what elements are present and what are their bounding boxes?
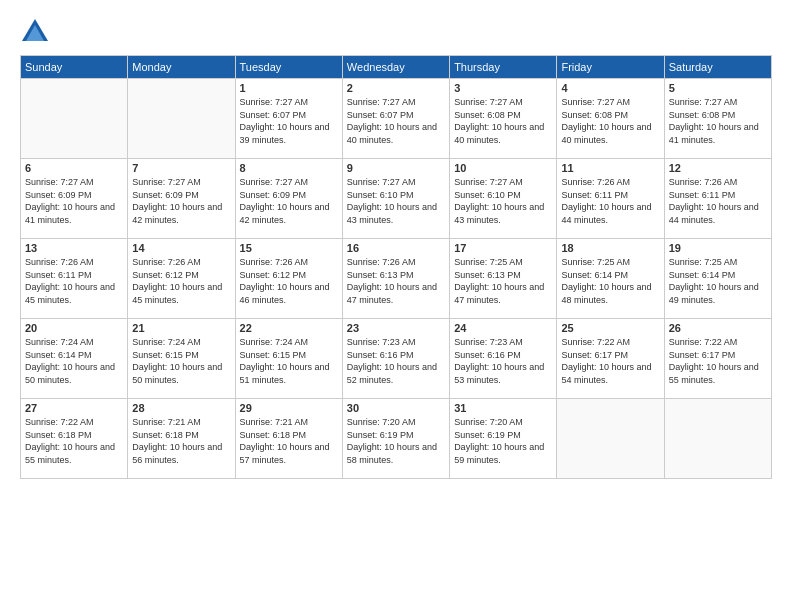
- day-info: Sunrise: 7:22 AMSunset: 6:17 PMDaylight:…: [669, 336, 767, 386]
- calendar-week-4: 20Sunrise: 7:24 AMSunset: 6:14 PMDayligh…: [21, 319, 772, 399]
- calendar-cell: 27Sunrise: 7:22 AMSunset: 6:18 PMDayligh…: [21, 399, 128, 479]
- calendar-cell: [664, 399, 771, 479]
- calendar-cell: 19Sunrise: 7:25 AMSunset: 6:14 PMDayligh…: [664, 239, 771, 319]
- calendar-cell: [557, 399, 664, 479]
- calendar-cell: 2Sunrise: 7:27 AMSunset: 6:07 PMDaylight…: [342, 79, 449, 159]
- calendar-cell: 23Sunrise: 7:23 AMSunset: 6:16 PMDayligh…: [342, 319, 449, 399]
- day-info: Sunrise: 7:26 AMSunset: 6:13 PMDaylight:…: [347, 256, 445, 306]
- day-number: 29: [240, 402, 338, 414]
- day-info: Sunrise: 7:26 AMSunset: 6:11 PMDaylight:…: [25, 256, 123, 306]
- day-number: 23: [347, 322, 445, 334]
- day-number: 1: [240, 82, 338, 94]
- day-info: Sunrise: 7:25 AMSunset: 6:14 PMDaylight:…: [669, 256, 767, 306]
- day-number: 20: [25, 322, 123, 334]
- day-number: 10: [454, 162, 552, 174]
- day-info: Sunrise: 7:21 AMSunset: 6:18 PMDaylight:…: [132, 416, 230, 466]
- calendar-cell: 4Sunrise: 7:27 AMSunset: 6:08 PMDaylight…: [557, 79, 664, 159]
- calendar-table: SundayMondayTuesdayWednesdayThursdayFrid…: [20, 55, 772, 479]
- day-info: Sunrise: 7:20 AMSunset: 6:19 PMDaylight:…: [454, 416, 552, 466]
- day-info: Sunrise: 7:25 AMSunset: 6:13 PMDaylight:…: [454, 256, 552, 306]
- calendar-header-tuesday: Tuesday: [235, 56, 342, 79]
- day-info: Sunrise: 7:24 AMSunset: 6:15 PMDaylight:…: [132, 336, 230, 386]
- day-info: Sunrise: 7:25 AMSunset: 6:14 PMDaylight:…: [561, 256, 659, 306]
- page: SundayMondayTuesdayWednesdayThursdayFrid…: [0, 0, 792, 612]
- calendar-cell: 5Sunrise: 7:27 AMSunset: 6:08 PMDaylight…: [664, 79, 771, 159]
- day-number: 14: [132, 242, 230, 254]
- day-number: 19: [669, 242, 767, 254]
- calendar-header-wednesday: Wednesday: [342, 56, 449, 79]
- day-number: 13: [25, 242, 123, 254]
- day-number: 11: [561, 162, 659, 174]
- calendar-cell: 21Sunrise: 7:24 AMSunset: 6:15 PMDayligh…: [128, 319, 235, 399]
- day-number: 28: [132, 402, 230, 414]
- day-info: Sunrise: 7:27 AMSunset: 6:08 PMDaylight:…: [561, 96, 659, 146]
- calendar-header-row: SundayMondayTuesdayWednesdayThursdayFrid…: [21, 56, 772, 79]
- day-number: 27: [25, 402, 123, 414]
- day-number: 17: [454, 242, 552, 254]
- calendar-cell: 28Sunrise: 7:21 AMSunset: 6:18 PMDayligh…: [128, 399, 235, 479]
- day-info: Sunrise: 7:26 AMSunset: 6:12 PMDaylight:…: [240, 256, 338, 306]
- calendar-cell: 16Sunrise: 7:26 AMSunset: 6:13 PMDayligh…: [342, 239, 449, 319]
- day-info: Sunrise: 7:27 AMSunset: 6:09 PMDaylight:…: [240, 176, 338, 226]
- day-info: Sunrise: 7:26 AMSunset: 6:11 PMDaylight:…: [669, 176, 767, 226]
- calendar-cell: 13Sunrise: 7:26 AMSunset: 6:11 PMDayligh…: [21, 239, 128, 319]
- calendar-header-thursday: Thursday: [450, 56, 557, 79]
- calendar-cell: 22Sunrise: 7:24 AMSunset: 6:15 PMDayligh…: [235, 319, 342, 399]
- calendar-header-monday: Monday: [128, 56, 235, 79]
- day-info: Sunrise: 7:27 AMSunset: 6:07 PMDaylight:…: [347, 96, 445, 146]
- day-info: Sunrise: 7:27 AMSunset: 6:08 PMDaylight:…: [669, 96, 767, 146]
- day-number: 22: [240, 322, 338, 334]
- calendar-cell: 24Sunrise: 7:23 AMSunset: 6:16 PMDayligh…: [450, 319, 557, 399]
- calendar-header-saturday: Saturday: [664, 56, 771, 79]
- day-info: Sunrise: 7:27 AMSunset: 6:07 PMDaylight:…: [240, 96, 338, 146]
- day-number: 24: [454, 322, 552, 334]
- calendar-cell: 10Sunrise: 7:27 AMSunset: 6:10 PMDayligh…: [450, 159, 557, 239]
- calendar-cell: 29Sunrise: 7:21 AMSunset: 6:18 PMDayligh…: [235, 399, 342, 479]
- calendar-cell: [128, 79, 235, 159]
- logo-icon: [20, 15, 50, 45]
- calendar-cell: 7Sunrise: 7:27 AMSunset: 6:09 PMDaylight…: [128, 159, 235, 239]
- calendar-week-1: 1Sunrise: 7:27 AMSunset: 6:07 PMDaylight…: [21, 79, 772, 159]
- day-info: Sunrise: 7:27 AMSunset: 6:09 PMDaylight:…: [25, 176, 123, 226]
- calendar-cell: 11Sunrise: 7:26 AMSunset: 6:11 PMDayligh…: [557, 159, 664, 239]
- day-info: Sunrise: 7:24 AMSunset: 6:14 PMDaylight:…: [25, 336, 123, 386]
- day-info: Sunrise: 7:23 AMSunset: 6:16 PMDaylight:…: [347, 336, 445, 386]
- calendar-cell: 14Sunrise: 7:26 AMSunset: 6:12 PMDayligh…: [128, 239, 235, 319]
- day-info: Sunrise: 7:26 AMSunset: 6:12 PMDaylight:…: [132, 256, 230, 306]
- calendar-header-sunday: Sunday: [21, 56, 128, 79]
- day-info: Sunrise: 7:23 AMSunset: 6:16 PMDaylight:…: [454, 336, 552, 386]
- day-number: 30: [347, 402, 445, 414]
- day-number: 4: [561, 82, 659, 94]
- day-number: 9: [347, 162, 445, 174]
- day-info: Sunrise: 7:27 AMSunset: 6:08 PMDaylight:…: [454, 96, 552, 146]
- calendar-cell: 1Sunrise: 7:27 AMSunset: 6:07 PMDaylight…: [235, 79, 342, 159]
- calendar-cell: [21, 79, 128, 159]
- day-info: Sunrise: 7:24 AMSunset: 6:15 PMDaylight:…: [240, 336, 338, 386]
- day-info: Sunrise: 7:26 AMSunset: 6:11 PMDaylight:…: [561, 176, 659, 226]
- calendar-cell: 15Sunrise: 7:26 AMSunset: 6:12 PMDayligh…: [235, 239, 342, 319]
- calendar-cell: 8Sunrise: 7:27 AMSunset: 6:09 PMDaylight…: [235, 159, 342, 239]
- day-info: Sunrise: 7:20 AMSunset: 6:19 PMDaylight:…: [347, 416, 445, 466]
- day-info: Sunrise: 7:21 AMSunset: 6:18 PMDaylight:…: [240, 416, 338, 466]
- calendar-cell: 3Sunrise: 7:27 AMSunset: 6:08 PMDaylight…: [450, 79, 557, 159]
- day-info: Sunrise: 7:27 AMSunset: 6:10 PMDaylight:…: [454, 176, 552, 226]
- calendar-cell: 18Sunrise: 7:25 AMSunset: 6:14 PMDayligh…: [557, 239, 664, 319]
- day-number: 12: [669, 162, 767, 174]
- day-number: 18: [561, 242, 659, 254]
- calendar-week-3: 13Sunrise: 7:26 AMSunset: 6:11 PMDayligh…: [21, 239, 772, 319]
- day-number: 7: [132, 162, 230, 174]
- calendar-cell: 20Sunrise: 7:24 AMSunset: 6:14 PMDayligh…: [21, 319, 128, 399]
- day-info: Sunrise: 7:27 AMSunset: 6:10 PMDaylight:…: [347, 176, 445, 226]
- day-number: 8: [240, 162, 338, 174]
- day-number: 5: [669, 82, 767, 94]
- calendar-cell: 17Sunrise: 7:25 AMSunset: 6:13 PMDayligh…: [450, 239, 557, 319]
- day-number: 2: [347, 82, 445, 94]
- logo: [20, 15, 54, 45]
- day-number: 21: [132, 322, 230, 334]
- day-number: 31: [454, 402, 552, 414]
- calendar-week-2: 6Sunrise: 7:27 AMSunset: 6:09 PMDaylight…: [21, 159, 772, 239]
- calendar-cell: 31Sunrise: 7:20 AMSunset: 6:19 PMDayligh…: [450, 399, 557, 479]
- day-number: 6: [25, 162, 123, 174]
- day-info: Sunrise: 7:22 AMSunset: 6:18 PMDaylight:…: [25, 416, 123, 466]
- calendar-header-friday: Friday: [557, 56, 664, 79]
